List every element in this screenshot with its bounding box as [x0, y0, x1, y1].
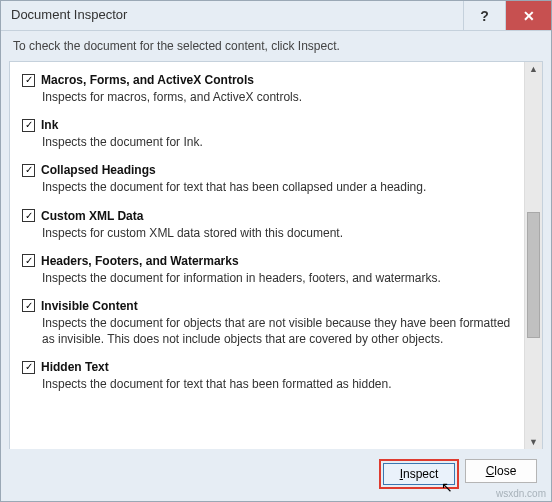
item-title: Macros, Forms, and ActiveX Controls — [41, 73, 254, 87]
item-collapsed-headings: ✓ Collapsed Headings Inspects the docume… — [10, 158, 524, 203]
inspection-list-panel: ✓ Macros, Forms, and ActiveX Controls In… — [9, 61, 543, 449]
item-desc: Inspects the document for text that has … — [42, 179, 514, 195]
item-desc: Inspects for custom XML data stored with… — [42, 225, 514, 241]
item-title: Ink — [41, 118, 58, 132]
scroll-down-arrow-icon[interactable]: ▼ — [525, 435, 542, 449]
window-close-button[interactable]: ✕ — [505, 1, 551, 30]
title-bar: Document Inspector ? ✕ — [1, 1, 551, 31]
item-invisible-content: ✓ Invisible Content Inspects the documen… — [10, 294, 524, 355]
item-macros: ✓ Macros, Forms, and ActiveX Controls In… — [10, 68, 524, 113]
item-hidden-text: ✓ Hidden Text Inspects the document for … — [10, 355, 524, 400]
dialog-title: Document Inspector — [1, 1, 463, 30]
close-button[interactable]: Close — [465, 459, 537, 483]
item-desc: Inspects the document for Ink. — [42, 134, 514, 150]
checkbox-invisible-content[interactable]: ✓ — [22, 299, 35, 312]
item-desc: Inspects the document for text that has … — [42, 376, 514, 392]
item-title: Hidden Text — [41, 360, 109, 374]
checkbox-macros[interactable]: ✓ — [22, 74, 35, 87]
item-headers-footers: ✓ Headers, Footers, and Watermarks Inspe… — [10, 249, 524, 294]
watermark-text: wsxdn.com — [496, 488, 546, 499]
checkbox-ink[interactable]: ✓ — [22, 119, 35, 132]
inspect-button-highlight: Inspect ↖ — [379, 459, 459, 489]
item-title: Invisible Content — [41, 299, 138, 313]
item-desc: Inspects for macros, forms, and ActiveX … — [42, 89, 514, 105]
checkbox-custom-xml[interactable]: ✓ — [22, 209, 35, 222]
item-desc: Inspects the document for information in… — [42, 270, 514, 286]
item-title: Custom XML Data — [41, 209, 143, 223]
help-button[interactable]: ? — [463, 1, 505, 30]
document-inspector-dialog: Document Inspector ? ✕ To check the docu… — [0, 0, 552, 502]
item-desc: Inspects the document for objects that a… — [42, 315, 514, 347]
button-row: Inspect ↖ Close — [1, 449, 551, 501]
inspect-button[interactable]: Inspect — [383, 463, 455, 485]
scroll-track[interactable] — [525, 76, 542, 435]
vertical-scrollbar[interactable]: ▲ ▼ — [524, 62, 542, 449]
checkbox-hidden-text[interactable]: ✓ — [22, 361, 35, 374]
scroll-up-arrow-icon[interactable]: ▲ — [525, 62, 542, 76]
item-ink: ✓ Ink Inspects the document for Ink. — [10, 113, 524, 158]
item-title: Collapsed Headings — [41, 163, 156, 177]
inspection-list: ✓ Macros, Forms, and ActiveX Controls In… — [10, 62, 524, 449]
checkbox-collapsed-headings[interactable]: ✓ — [22, 164, 35, 177]
checkbox-headers-footers[interactable]: ✓ — [22, 254, 35, 267]
item-title: Headers, Footers, and Watermarks — [41, 254, 239, 268]
item-custom-xml: ✓ Custom XML Data Inspects for custom XM… — [10, 204, 524, 249]
instruction-text: To check the document for the selected c… — [1, 31, 551, 59]
scroll-thumb[interactable] — [527, 212, 540, 338]
